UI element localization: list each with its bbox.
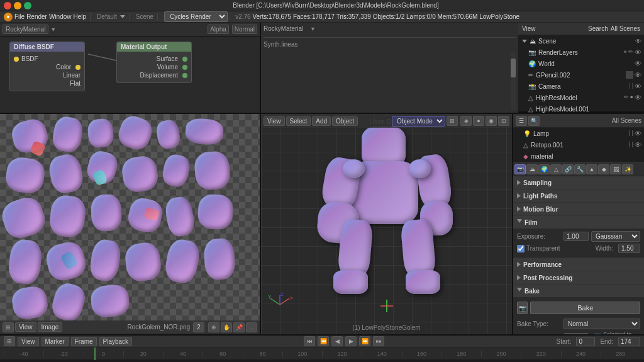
outliner-item-highresmodel001[interactable]: △ HighResModel.001 [518, 103, 644, 115]
frame-end-label: End: [600, 338, 613, 345]
props-modifier-icon[interactable]: 🔧 [574, 164, 586, 174]
props-world-icon[interactable]: 🌍 [538, 164, 550, 174]
rp-view-icon[interactable]: ☰ [516, 116, 527, 126]
bake-type-select[interactable]: Normal Diffuse Ambient Occlusion [564, 319, 640, 329]
outliner-item-scene[interactable]: ⛰ Scene 👁 [518, 35, 644, 47]
props-data-icon[interactable]: ▲ [586, 164, 597, 174]
uv-pan-icon[interactable]: ✋ [221, 322, 232, 332]
props-particles-icon[interactable]: ✨ [622, 164, 633, 174]
scene-eye-icon[interactable]: 👁 [635, 38, 641, 45]
film-header[interactable]: Film [513, 216, 644, 229]
playhead[interactable] [94, 348, 96, 360]
uv-pin-icon[interactable]: 📌 [233, 322, 245, 332]
bake-header[interactable]: Bake [513, 285, 644, 297]
exposure-input[interactable] [564, 232, 589, 241]
outliner-view-label[interactable]: View [522, 25, 536, 32]
timeline-playback-btn[interactable]: Playback [99, 337, 133, 346]
timeline-view-icon[interactable]: ⊞ [4, 336, 15, 346]
highresmodel-cam-icon[interactable]: ● [630, 94, 633, 101]
post-processing-header[interactable]: Post Processing [513, 271, 644, 284]
frame-start-input[interactable] [576, 337, 595, 346]
jump-end-btn[interactable]: ⏭ [373, 336, 384, 346]
menu-window[interactable]: Window [49, 13, 72, 20]
frame-end-input[interactable] [618, 337, 640, 346]
viewport-object-btn[interactable]: Object [332, 116, 358, 126]
highresmodel-eye-icon[interactable]: 👁 [635, 94, 641, 101]
viewport-view-3d-icon[interactable]: ⊞ [447, 116, 458, 126]
outliner-item-gpencil[interactable]: ✏ GPencil.002 👁 [518, 69, 644, 81]
outliner-item-renderlayers[interactable]: 📷 RenderLayers ● ✏ 👁 [518, 47, 644, 58]
close-button[interactable] [4, 2, 11, 9]
lamp-eye-icon[interactable]: 👁 [635, 130, 641, 137]
uv-zoom-icon[interactable]: ⊕ [208, 322, 219, 332]
props-scene-icon[interactable]: ⛰ [526, 164, 538, 174]
jump-start-btn[interactable]: ⏮ [304, 336, 315, 346]
renderlayers-eye-icon[interactable]: 👁 [635, 48, 641, 56]
uv-grid-icon[interactable]: ⊞ [3, 322, 14, 332]
camera-eye-icon[interactable]: 👁 [635, 82, 641, 90]
outliner-item-world[interactable]: 🌍 World 👁 [518, 58, 644, 69]
menu-file[interactable]: File [14, 13, 25, 20]
selected-to-active-checkbox[interactable] [594, 334, 601, 334]
viewport-mode-select[interactable]: Object Mode Edit Mode [392, 116, 445, 127]
outliner-all-scenes-btn[interactable]: All Scenes [611, 25, 640, 32]
menu-help[interactable]: Help [74, 13, 87, 20]
material-output-node[interactable]: Material Output Surface Volume Displacem… [116, 42, 192, 83]
gpencil-eye-icon[interactable]: 👁 [635, 71, 641, 79]
outliner-item-camera[interactable]: 📸 Camera | | 👁 [518, 81, 644, 92]
timeline-ruler[interactable]: -40 -20 0 20 40 60 80 100 120 140 160 18… [0, 348, 644, 359]
retopo-eye-icon[interactable]: 👁 [635, 141, 641, 149]
uv-view-btn[interactable]: View [15, 322, 36, 332]
timeline-view-btn[interactable]: View [18, 337, 39, 346]
uv-image-btn[interactable]: Image [38, 322, 63, 332]
outliner-item-retopo[interactable]: △ Retopo.001 | | 👁 [513, 139, 644, 150]
transparent-checkbox[interactable] [517, 245, 525, 252]
filter-select[interactable]: Gaussian Box Tent [591, 231, 640, 242]
timeline-frame-btn[interactable]: Frame [71, 337, 97, 346]
props-material-icon[interactable]: ◆ [598, 164, 609, 174]
menu-render[interactable]: Render [26, 13, 47, 20]
top-prop-dropdown[interactable]: ▼ [310, 26, 316, 32]
maximize-button[interactable] [24, 2, 31, 9]
outliner-item-material[interactable]: ◆ material [513, 150, 644, 162]
sampling-header[interactable]: Sampling [513, 176, 644, 189]
outliner-item-highresmodel[interactable]: △ HighResModel ✏ ● 👁 [518, 92, 644, 103]
props-render-icon[interactable]: 📷 [514, 164, 526, 174]
performance-header[interactable]: Performance [513, 258, 644, 271]
outliner-item-lamp[interactable]: 💡 Lamp | | 👁 [513, 128, 644, 139]
rp-scenes-label[interactable]: All Scenes [612, 117, 641, 124]
viewport-overlay2[interactable]: ● [473, 116, 484, 126]
viewport-overlay4[interactable]: ⊡ [498, 116, 509, 126]
props-constraint-icon[interactable]: 🔗 [562, 164, 574, 174]
step-back-btn[interactable]: ⏪ [318, 336, 329, 346]
width-input[interactable] [618, 244, 640, 253]
bake-button[interactable]: Bake [530, 302, 640, 314]
render-engine-select[interactable]: Cycles Render Blender Render [164, 11, 228, 22]
minimize-button[interactable] [14, 2, 21, 9]
3d-viewport[interactable]: User Ortho [261, 114, 512, 334]
world-eye-icon[interactable]: 👁 [635, 60, 641, 67]
margin-input[interactable] [564, 333, 589, 335]
outliner-search-btn[interactable]: Search [588, 25, 608, 32]
props-object-icon[interactable]: △ [550, 164, 562, 174]
uv-canvas[interactable] [0, 114, 260, 320]
motion-blur-header[interactable]: Motion Blur [513, 203, 644, 215]
rp-search-icon[interactable]: 🔍 [528, 116, 540, 126]
viewport-overlay3[interactable]: ◉ [486, 116, 497, 126]
renderlayers-edit-icon[interactable]: ✏ [628, 48, 633, 56]
props-texture-icon[interactable]: 🖼 [610, 164, 621, 174]
timeline-marker-btn[interactable]: Marker [42, 337, 69, 346]
node-canvas[interactable]: Diffuse BSDF BSDF Color Linear Flat [0, 37, 260, 113]
viewport-add-btn[interactable]: Add [312, 116, 331, 126]
uv-more-icon[interactable]: … [246, 322, 257, 332]
light-paths-header[interactable]: Light Paths [513, 189, 644, 202]
post-processing-section: Post Processing [513, 271, 644, 285]
step-forward-btn[interactable]: ⏩ [359, 336, 370, 346]
viewport-view-btn[interactable]: View [264, 116, 285, 126]
renderlayers-vis-icon[interactable]: ● [624, 48, 627, 56]
play-reverse-btn[interactable]: ◀ [331, 336, 343, 346]
viewport-overlay1[interactable]: ◈ [460, 116, 472, 126]
play-btn[interactable]: ▶ [345, 336, 357, 346]
viewport-select-btn[interactable]: Select [286, 116, 311, 126]
highresmodel-edit-icon[interactable]: ✏ [624, 94, 629, 101]
